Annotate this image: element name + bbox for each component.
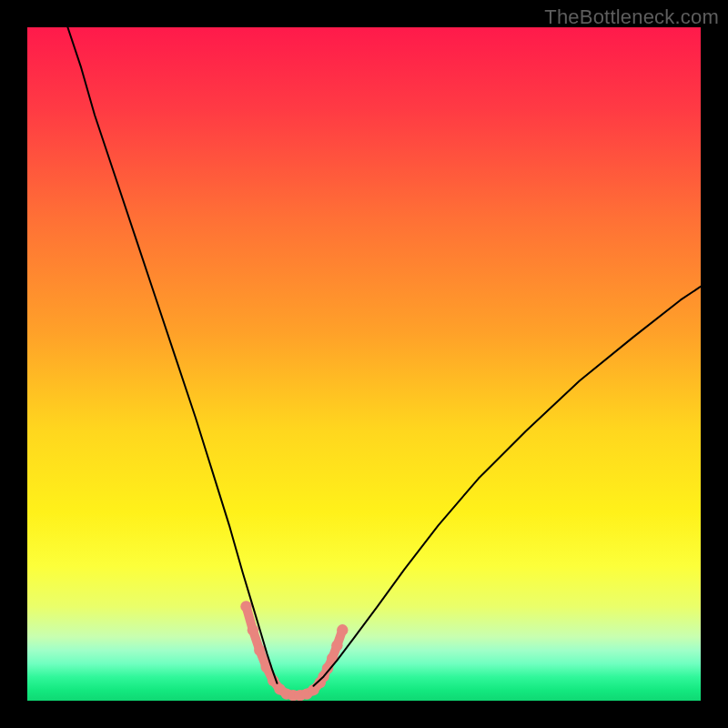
trough-node: [337, 624, 348, 635]
trough-node: [240, 601, 251, 612]
curves-layer: [27, 27, 701, 701]
trough-node: [254, 644, 265, 655]
series-left-curve: [67, 27, 277, 683]
watermark-text: TheBottleneck.com: [544, 5, 719, 29]
trough-node: [331, 640, 342, 651]
plot-area: [27, 27, 701, 701]
trough-node: [248, 624, 258, 635]
chart-frame: TheBottleneck.com: [0, 0, 728, 728]
series-right-curve: [314, 287, 702, 686]
